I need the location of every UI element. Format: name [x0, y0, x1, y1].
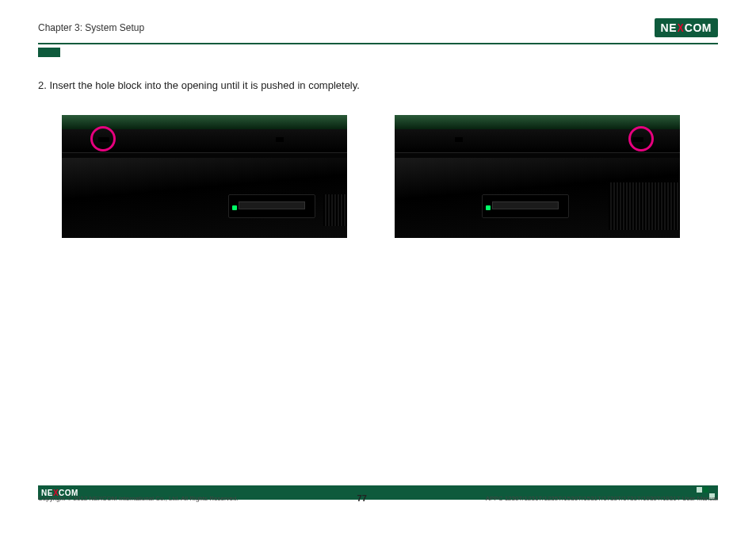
vent-grille	[609, 182, 680, 230]
port-slot	[492, 201, 559, 209]
port-slot	[239, 201, 305, 209]
highlight-circle	[628, 126, 654, 151]
logo-x: X	[678, 21, 684, 34]
device-photo-left	[62, 115, 347, 238]
port-led	[486, 205, 491, 210]
page-number: 77	[357, 493, 367, 503]
logo-prefix: NE	[661, 21, 677, 34]
footer-line: Copyright © 2012 NEXCOM International Co…	[38, 493, 718, 503]
device-photo-right	[395, 115, 680, 238]
deco-square	[697, 487, 702, 493]
instruction-step: 2. Insert the hole block into the openin…	[38, 79, 718, 91]
bezel-notch	[276, 137, 284, 142]
manual-title: APPC 1230T/1231T/1235T/1530T/1531T/1730T…	[486, 495, 718, 502]
vent-grille	[323, 194, 347, 226]
step-number: 2.	[38, 79, 47, 91]
copyright-text: Copyright © 2012 NEXCOM International Co…	[38, 495, 239, 502]
bezel-notch	[455, 137, 463, 142]
highlight-circle	[90, 126, 116, 151]
step-text: Insert the hole block into the opening u…	[49, 79, 359, 91]
brand-logo-top: NEXCOM	[655, 18, 718, 37]
deco-square	[703, 487, 708, 493]
chapter-title: Chapter 3: System Setup	[38, 22, 144, 33]
port-led	[232, 205, 237, 210]
header-divider	[38, 43, 718, 44]
side-tab	[38, 48, 60, 57]
port-plate	[228, 194, 315, 218]
logo-suffix: COM	[685, 21, 712, 34]
port-plate	[482, 194, 569, 218]
